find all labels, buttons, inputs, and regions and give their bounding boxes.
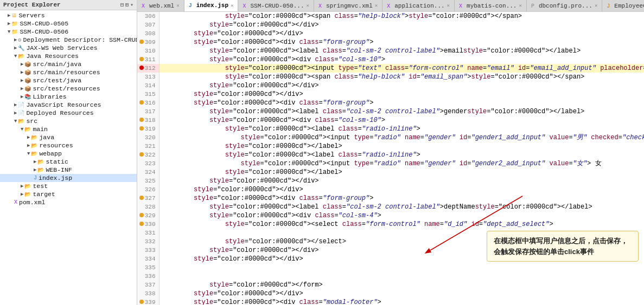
tab-label: EmployeeCont...	[614, 3, 644, 9]
line-number: 326	[137, 185, 159, 194]
tree-item-jaxws[interactable]: ▶ 🔧 JAX-WS Web Services	[0, 44, 137, 52]
tree-item-pomxml[interactable]: X pom.xml	[0, 198, 137, 206]
line-number: 329	[137, 211, 159, 220]
line-number: 324	[137, 168, 159, 177]
tab-webxml[interactable]: X web.xml ✕	[137, 0, 184, 11]
tree-item-ssm0506[interactable]: ▼ 📁 SSM-CRUD-0506	[0, 28, 137, 36]
webservice-icon: 🔧	[18, 45, 24, 51]
xml-file-icon: X	[142, 3, 147, 9]
line-content: style="color:#0000cd"><div class="form-g…	[159, 99, 644, 107]
tree-item-servers[interactable]: ▶ 🖥 Servers	[0, 11, 137, 20]
tree-label: src/main/resources	[33, 69, 100, 76]
tab-application[interactable]: X application... ✕	[382, 0, 455, 11]
tabs-bar: X web.xml ✕ J index.jsp ✕ X SSM-CRUD-050…	[137, 0, 644, 12]
collapse-icon[interactable]: ⊟	[120, 2, 124, 8]
line-number: 317	[137, 107, 159, 116]
tab-springmvc[interactable]: X springmvc.xml ✕	[314, 0, 382, 11]
line-number: 334	[137, 255, 159, 263]
tree-item-webinf[interactable]: ▶ 📂 WEB-INF	[0, 166, 137, 174]
line-number: 318	[137, 116, 159, 125]
tab-close-icon[interactable]: ✕	[519, 3, 521, 9]
tree-item-srctestresources[interactable]: ▶ 📦 src/test/resources	[0, 85, 137, 93]
tree-item-resources[interactable]: ▶ 📂 resources	[0, 141, 137, 150]
xml-file-icon: X	[387, 3, 392, 9]
tree-label: src/test/resources	[33, 85, 100, 92]
tree-item-ssm0505[interactable]: ▶ 📁 SSM-CRUD-0505	[0, 20, 137, 28]
tab-ssm0505[interactable]: X SSM-CRUD-050... ✕	[238, 0, 314, 11]
expand-arrow: ▶	[14, 45, 17, 51]
tab-close-icon[interactable]: ✕	[447, 3, 450, 9]
tab-label: SSM-CRUD-050...	[250, 3, 304, 9]
line-row: 312 style="color:#0000cd"><input type="t…	[137, 64, 644, 73]
folder-icon: 📂	[18, 118, 24, 125]
folder-icon: 📂	[31, 151, 37, 157]
tree-label: pom.xml	[19, 199, 45, 206]
tab-close-icon[interactable]: ✕	[307, 3, 309, 9]
line-row: 328 style="color:#0000cd"><label class="…	[137, 203, 644, 211]
tab-close-icon[interactable]: ✕	[375, 3, 378, 9]
expand-arrow: ▶	[27, 134, 30, 140]
tree-item-indexjsp[interactable]: J index.jsp	[0, 174, 137, 182]
tree-item-srcmainjava[interactable]: ▶ 📦 src/main/java	[0, 60, 137, 68]
tree-item-srcmainresources[interactable]: ▶ 📦 src/main/resources	[0, 68, 137, 76]
tree-item-deployed[interactable]: ▶ 📄 Deployed Resources	[0, 109, 137, 117]
tree-item-test[interactable]: ▶ 📂 test	[0, 182, 137, 190]
line-content: style="color:#0000cd"><label class="radi…	[159, 125, 644, 133]
line-row: 336	[137, 272, 644, 281]
tree-item-main[interactable]: ▼ 📂 main	[0, 125, 137, 133]
folder-icon: 📂	[37, 159, 44, 165]
line-row: 311 style="color:#0000cd"><div class="co…	[137, 55, 644, 64]
tree-item-webapp[interactable]: ▼ 📂 webapp	[0, 150, 137, 158]
line-row: 307 style="color:#0000cd"></div>	[137, 21, 644, 29]
line-content: style="color:#0000cd"><div class="col-sm…	[159, 116, 644, 125]
line-content: style="color:#0000cd"></div>	[159, 29, 644, 38]
tab-indexjsp[interactable]: J index.jsp ✕	[184, 0, 239, 11]
tree-item-java[interactable]: ▶ 📂 java	[0, 133, 137, 141]
tree-item-static[interactable]: ▶ 📂 static	[0, 158, 137, 166]
tab-employee[interactable]: J EmployeeCont... ✕	[602, 0, 644, 11]
prop-file-icon: P	[531, 3, 537, 9]
tab-close-icon[interactable]: ✕	[595, 3, 597, 9]
line-number: 306	[137, 12, 159, 21]
tree-item-target[interactable]: ▶ 📂 target	[0, 190, 137, 198]
tree-label: JavaScript Resources	[26, 101, 101, 108]
tree-label: Deployed Resources	[26, 109, 93, 116]
tree-container: ▶ 🖥 Servers ▶ 📁 SSM-CRUD-0505 ▼ 📁 SSM-CR…	[0, 10, 137, 305]
tab-mybatis[interactable]: X mybatis-con... ✕	[455, 0, 527, 11]
line-content: style="color:#0000cd"><label class="col-…	[159, 47, 644, 55]
tree-item-jsresources[interactable]: ▶ 📄 JavaScript Resources	[0, 101, 137, 109]
line-content: style="color:#0000cd"><div class="col-sm…	[159, 211, 644, 220]
line-content: style="color:#0000cd"></div>	[159, 81, 644, 90]
line-row: 322 style="color:#0000cd"><label class="…	[137, 151, 644, 159]
line-number: 336	[137, 272, 159, 281]
link-icon[interactable]: ⊞	[125, 2, 129, 8]
code-editor[interactable]: 306 style="color:#0000cd"><span class="h…	[137, 12, 644, 305]
tree-item-src[interactable]: ▼ 📂 src	[0, 117, 137, 125]
folder-icon: 📂	[24, 191, 31, 198]
tree-item-javaresources[interactable]: ▼ 📂 Java Resources	[0, 52, 137, 60]
line-content: style="color:#0000cd"></label>	[159, 168, 644, 177]
line-content: style="color:#0000cd"></select>	[159, 237, 644, 246]
tree-label: SSM-CRUD-0505	[20, 20, 68, 27]
project-explorer: Project Explorer ⊟ ⊞ ▾ ▶ 🖥 Servers ▶ 📁 S…	[0, 0, 137, 305]
tab-close-icon[interactable]: ✕	[231, 3, 233, 9]
project-icon: 📁	[11, 29, 18, 35]
tree-label: target	[33, 191, 55, 198]
code-table: 306 style="color:#0000cd"><span class="h…	[137, 12, 644, 305]
tree-item-deployment[interactable]: ▶ ⚙ Deployment Descriptor: SSM-CRUD-050.…	[0, 36, 137, 44]
tree-label: JAX-WS Web Services	[26, 44, 97, 51]
line-row: 314 style="color:#0000cd"></div>	[137, 81, 644, 90]
tab-close-icon[interactable]: ✕	[176, 3, 179, 9]
line-number: 322	[137, 151, 159, 159]
menu-icon[interactable]: ▾	[130, 2, 133, 8]
line-number: 307	[137, 21, 159, 29]
srcfolder-icon: 📦	[24, 86, 31, 92]
line-content	[159, 272, 644, 281]
tree-item-srctestjava[interactable]: ▶ 📦 src/test/java	[0, 76, 137, 85]
tab-dbconfig[interactable]: P dbconfig.pro... ✕	[527, 0, 602, 11]
line-row: 329 style="color:#0000cd"><div class="co…	[137, 211, 644, 220]
jsp-file-icon: J	[189, 3, 194, 8]
tree-item-libraries[interactable]: ▶ 📚 Libraries	[0, 93, 137, 101]
line-row: 324 style="color:#0000cd"></label>	[137, 168, 644, 177]
line-content	[159, 229, 644, 237]
